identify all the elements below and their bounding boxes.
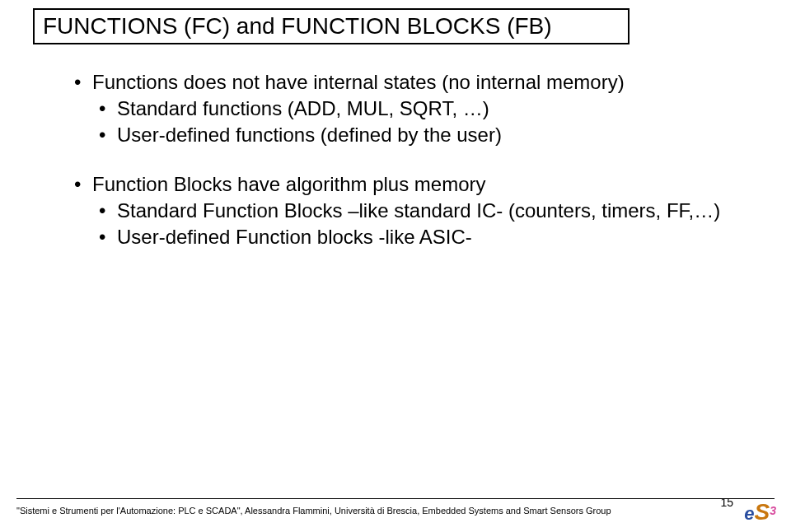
bullet-1-sub-2: User-defined functions (defined by the u… [99, 123, 733, 147]
bullet-1-sub-1: Standard functions (ADD, MUL, SQRT, …) [99, 96, 733, 121]
logo-e: e [744, 503, 754, 524]
footer-text: "Sistemi e Strumenti per l'Automazione: … [16, 506, 611, 516]
footer-divider [16, 498, 775, 499]
logo-three: 3 [770, 504, 776, 517]
title-box: FUNCTIONS (FC) and FUNCTION BLOCKS (FB) [33, 8, 630, 44]
bullet-2: Function Blocks have algorithm plus memo… [74, 172, 733, 197]
bullet-2-sub-1: Standard Function Blocks –like standard … [99, 198, 733, 223]
bullet-2-sub-2: User-defined Function blocks -like ASIC- [99, 225, 733, 250]
logo: eS3 [744, 499, 776, 525]
slide-title: FUNCTIONS (FC) and FUNCTION BLOCKS (FB) [43, 13, 552, 39]
bullet-1: Functions does not have internal states … [74, 70, 733, 95]
content-area: Functions does not have internal states … [74, 70, 733, 251]
logo-s: S [755, 499, 770, 525]
page-number: 15 [720, 496, 733, 509]
spacer [74, 149, 733, 172]
